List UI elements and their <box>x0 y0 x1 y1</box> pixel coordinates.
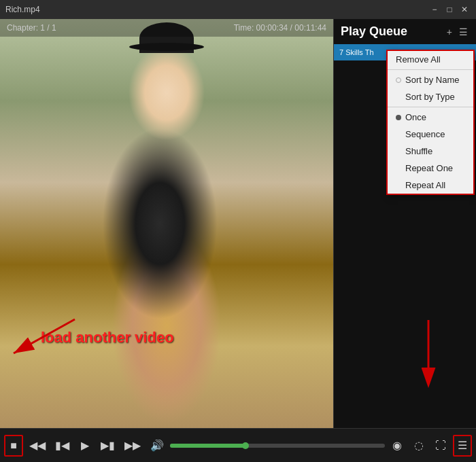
remove-all-label: Remove All <box>396 54 441 65</box>
menu-item-sort-name[interactable]: Sort by Name <box>388 71 473 88</box>
menu-separator-1 <box>388 69 473 70</box>
repeat-one-label: Repeat One <box>405 163 453 173</box>
time-info: Time: 00:00:34 / 00:11:44 <box>234 23 326 33</box>
menu-item-sequence[interactable]: Sequence <box>388 126 473 143</box>
sort-type-label: Sort by Type <box>405 92 455 102</box>
volume-button[interactable]: 🔊 <box>147 435 167 457</box>
play-button[interactable]: ▶ <box>75 435 95 457</box>
red-arrow-bottom <box>415 320 442 391</box>
main-area: Chapter: 1 / 1 Time: 00:00:34 / 00:11:44… <box>0 19 476 428</box>
menu-item-remove-all[interactable]: Remove All <box>388 51 473 68</box>
maximize-button[interactable]: □ <box>443 3 456 16</box>
video-header: Chapter: 1 / 1 Time: 00:00:34 / 00:11:44 <box>0 19 333 37</box>
once-dot <box>396 115 401 120</box>
stop-button[interactable]: ■ <box>4 435 23 457</box>
repeat-all-label: Repeat All <box>405 180 445 190</box>
close-button[interactable]: ✕ <box>458 3 471 16</box>
skip-forward-button[interactable]: ▶▶ <box>121 435 144 457</box>
minimize-button[interactable]: − <box>428 3 441 16</box>
menu-separator-2 <box>388 107 473 107</box>
queue-header: Play Queue + ☰ <box>334 19 476 44</box>
hat-brim <box>129 43 204 51</box>
subtitles-button[interactable]: ◉ <box>388 435 407 457</box>
queue-title: Play Queue <box>341 24 407 39</box>
window-title: Rich.mp4 <box>5 5 40 14</box>
chapter-info: Chapter: 1 / 1 <box>7 23 56 33</box>
queue-menu-button[interactable]: ☰ <box>458 25 469 39</box>
fullscreen-button[interactable]: ⛶ <box>431 435 450 457</box>
menu-button[interactable]: ☰ <box>453 435 472 457</box>
frame-forward-button[interactable]: ▶▮ <box>97 435 118 457</box>
queue-icons: + ☰ <box>445 25 469 39</box>
queue-panel: Play Queue + ☰ 7 Skills Th Remove All So… <box>333 19 476 428</box>
window-controls: − □ ✕ <box>428 3 471 16</box>
progress-bar[interactable] <box>170 444 385 448</box>
progress-thumb <box>242 442 249 449</box>
title-bar: Rich.mp4 − □ ✕ <box>0 0 476 19</box>
right-controls: ◉ ◌ ⛶ ☰ <box>388 435 472 457</box>
audio-button[interactable]: ◌ <box>409 435 428 457</box>
context-menu: Remove All Sort by Name Sort by Type Onc… <box>386 50 475 195</box>
menu-item-shuffle[interactable]: Shuffle <box>388 143 473 160</box>
sort-name-label: Sort by Name <box>405 75 459 85</box>
menu-item-repeat-all[interactable]: Repeat All <box>388 177 473 194</box>
controls-bar: ■ ◀◀ ▮◀ ▶ ▶▮ ▶▶ 🔊 ◉ ◌ ⛶ ☰ <box>0 428 476 462</box>
sort-name-dot <box>396 77 401 83</box>
annotation-arrow <box>0 313 82 367</box>
frame-back-button[interactable]: ▮◀ <box>52 435 73 457</box>
sequence-label: Sequence <box>405 129 445 139</box>
bottom-arrow-svg <box>415 320 442 388</box>
annotation: load another video <box>41 329 174 346</box>
skip-back-button[interactable]: ◀◀ <box>26 435 49 457</box>
once-label: Once <box>405 112 426 122</box>
menu-item-sort-type[interactable]: Sort by Type <box>388 88 473 105</box>
queue-add-button[interactable]: + <box>445 25 454 39</box>
menu-item-repeat-one[interactable]: Repeat One <box>388 160 473 177</box>
svg-line-1 <box>14 319 75 353</box>
shuffle-label: Shuffle <box>405 146 432 156</box>
progress-fill <box>170 444 245 448</box>
menu-item-once[interactable]: Once <box>388 109 473 126</box>
video-area: Chapter: 1 / 1 Time: 00:00:34 / 00:11:44… <box>0 19 333 428</box>
